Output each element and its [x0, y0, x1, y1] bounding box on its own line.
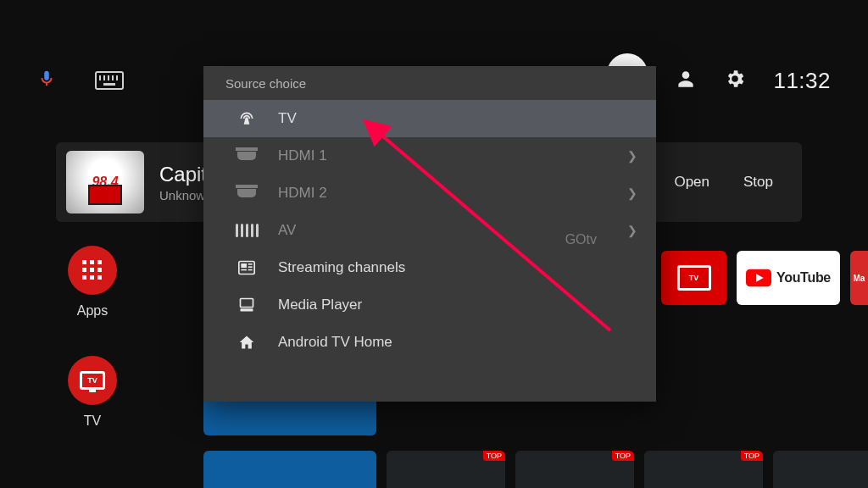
tile-cutoff[interactable]: Ma: [850, 251, 868, 305]
mic-icon[interactable]: [37, 69, 56, 92]
bottom-tile-4[interactable]: TOP: [644, 451, 763, 488]
chevron-right-icon: ❯: [627, 186, 637, 200]
port-icon: [234, 189, 259, 197]
source-item-label: HDMI 1: [278, 147, 327, 164]
bottom-tile-1[interactable]: [203, 451, 376, 488]
background-channel-name: GOtv: [565, 232, 597, 247]
source-choice-dialog: Source choice TVHDMI 1❯HDMI 2❯AV❯Streami…: [203, 66, 656, 402]
source-item-label: Streaming channels: [278, 259, 405, 276]
bottom-tile-2[interactable]: TOP: [387, 451, 505, 488]
home-icon: [234, 334, 259, 351]
dialog-title: Source choice: [203, 66, 656, 100]
station-logo: 98.4: [66, 151, 144, 214]
settings-icon[interactable]: [724, 68, 746, 93]
tile-youtube-label: YouTube: [776, 270, 831, 286]
sidebar-tv[interactable]: TV: [68, 356, 117, 429]
keyboard-icon[interactable]: [95, 71, 124, 90]
source-item-label: AV: [278, 222, 296, 239]
source-item-label: HDMI 2: [278, 185, 327, 202]
antenna-icon: [234, 110, 259, 127]
svg-rect-2: [241, 263, 247, 268]
svg-rect-3: [241, 269, 247, 271]
clock: 11:32: [773, 68, 831, 94]
svg-rect-7: [241, 299, 253, 308]
svg-rect-4: [248, 263, 253, 265]
tile-livetv[interactable]: [661, 251, 726, 305]
svg-rect-6: [248, 269, 253, 271]
app-tiles-row: YouTube Ma: [661, 251, 868, 305]
stop-button[interactable]: Stop: [743, 174, 773, 191]
source-item-label: Media Player: [278, 297, 362, 313]
sidebar-apps[interactable]: Apps: [68, 246, 117, 319]
tray-icon: [234, 297, 259, 313]
source-item-hdmi-2[interactable]: HDMI 2❯: [203, 175, 656, 212]
bottom-tile-5[interactable]: TOP: [773, 451, 868, 488]
source-item-streaming-channels[interactable]: Streaming channels: [203, 249, 656, 286]
sidebar-apps-label: Apps: [77, 303, 108, 319]
bottom-tile-3[interactable]: TOP: [515, 451, 634, 488]
feature-card-peek[interactable]: [203, 402, 376, 435]
chevron-right-icon: ❯: [627, 224, 637, 237]
source-item-hdmi-1[interactable]: HDMI 1❯: [203, 137, 656, 175]
tv-icon: [80, 371, 105, 390]
news-icon: [234, 260, 259, 275]
svg-rect-8: [241, 308, 253, 311]
profile-icon[interactable]: [675, 68, 697, 93]
source-item-label: Android TV Home: [278, 334, 392, 351]
port-icon: [234, 152, 259, 160]
source-item-label: TV: [278, 110, 297, 127]
source-list: TVHDMI 1❯HDMI 2❯AV❯Streaming channelsMed…: [203, 100, 656, 361]
svg-rect-5: [248, 266, 253, 268]
source-item-media-player[interactable]: Media Player: [203, 286, 656, 324]
rca-icon: [234, 224, 259, 237]
apps-icon: [82, 260, 103, 280]
open-button[interactable]: Open: [674, 174, 709, 191]
card-actions: Open Stop: [674, 174, 792, 191]
chevron-right-icon: ❯: [627, 149, 637, 163]
tile-youtube[interactable]: YouTube: [737, 251, 840, 305]
source-item-tv[interactable]: TV: [203, 100, 656, 137]
source-item-android-tv-home[interactable]: Android TV Home: [203, 324, 656, 361]
bottom-row: TOP TOP TOP TOP: [203, 451, 843, 488]
topbar-left: [37, 69, 124, 92]
sidebar-tv-label: TV: [84, 413, 101, 429]
